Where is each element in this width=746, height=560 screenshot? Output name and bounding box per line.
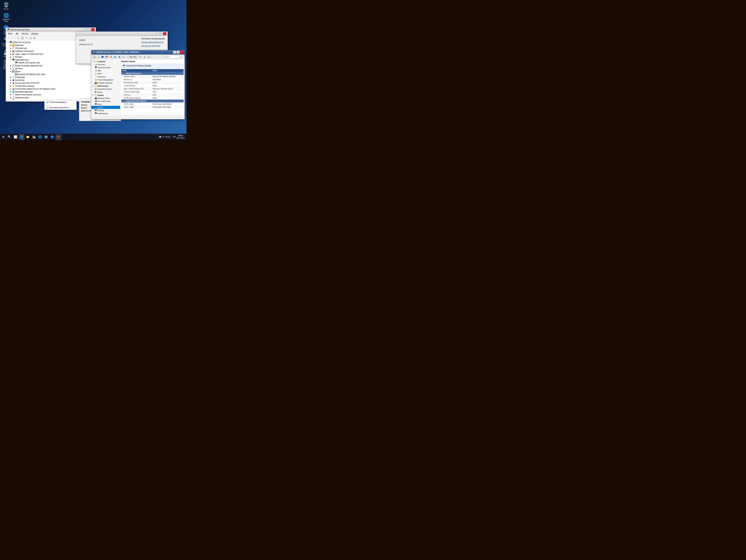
aida-tree-motherboard[interactable]: ▼ 📁 Motherboard — [91, 84, 120, 87]
dm-menu-action[interactable]: Дія — [15, 32, 19, 35]
tb-forward[interactable]: → — [11, 36, 15, 40]
tree-computer[interactable]: ▶ 💻 Комп'ютер — [6, 79, 95, 82]
taskbar-taskview[interactable]: ⬜ — [12, 134, 19, 140]
tree-mice[interactable]: ▶ 🖱️ Миші й інші вказівні пристрої — [6, 93, 95, 96]
tree-sandisk[interactable]: 💾 SanDisk SD7SB3Q-128G-1006 — [6, 73, 95, 76]
bg-window-titlebar[interactable]: ... ─ □ ✕ — [76, 32, 168, 36]
tree-audio-inout[interactable]: ▶ 🎵 Вхідні та вихідні аудіопристрої — [6, 64, 95, 67]
aida-selected-monitor: 🖥️ Generic PnP Monitor [NoDB] — [121, 64, 183, 68]
aida-tb-icon: 64 — [57, 135, 60, 138]
aida-titlebar[interactable]: ⚡ AIDA64 Extreme v7.20.6802 [ TRIAL VERS… — [91, 50, 184, 55]
start-button[interactable]: ⊞ — [1, 135, 6, 140]
tree-usb-ctrl[interactable]: ▶ 🔌 Контролери універсальної послідовної… — [6, 87, 95, 90]
aida-controls: ─ □ ✕ — [173, 51, 183, 54]
aida-tb-flame[interactable]: 🔥 — [109, 55, 113, 59]
tb-btn5[interactable]: ⚙️ — [33, 36, 36, 40]
store-icon: 🛍️ — [32, 135, 36, 139]
dm-menu-help[interactable]: Довідка — [31, 32, 39, 35]
aida-tree-win-video[interactable]: 🎬 Windows Video — [91, 97, 120, 100]
spec-key-version: Версія — [81, 107, 87, 109]
aida-tree-summary[interactable]: 📊 Summary — [91, 63, 120, 66]
monitor-props-header: 🖥️ Monitor Properties — [121, 72, 183, 75]
aida-tree-overclock[interactable]: ⚡ Overclock — [91, 75, 120, 78]
tree-sensors[interactable]: ▶ 📡 Датчики — [6, 67, 95, 70]
aida-tree-power[interactable]: 🔋 Power Management — [91, 78, 120, 81]
ctx-sys-comp[interactable]: 📋 Системні компоненти — [45, 106, 77, 110]
aida-close-button[interactable]: ✕ — [180, 51, 183, 54]
aida-maximize-button[interactable]: □ — [176, 51, 180, 54]
taskbar-clock[interactable]: 18:03 20.01.2024 — [176, 135, 184, 139]
taskbar-aida[interactable]: 64 — [56, 134, 61, 140]
ctx-shared[interactable]: 🔗 Спільні можливості — [45, 100, 77, 105]
tree-disks[interactable]: ▼ 💾 Диски — [6, 70, 95, 73]
aida-menu-dots[interactable]: ⋮ — [180, 55, 183, 59]
aida-tree-multi-monitor[interactable]: 🖥️ Multi-Monitor — [91, 112, 120, 115]
aida-tb-down[interactable]: ▼ — [139, 55, 142, 59]
dm-maximize-button[interactable]: □ — [88, 28, 91, 31]
bg-maximize-button[interactable]: □ — [160, 32, 163, 35]
tb-btn4[interactable]: 📊 — [29, 36, 32, 40]
aida-minimize-button[interactable]: ─ — [173, 51, 176, 54]
aida-search-area: ⋮ — [163, 55, 183, 59]
aida-tb-report[interactable]: 📋 — [96, 55, 100, 59]
bg-close-button[interactable]: ✕ — [163, 32, 166, 35]
aida-tree-ipmi[interactable]: 📡 IPMI — [91, 72, 120, 75]
aida-tree-dmi[interactable]: 📋 DMI — [91, 69, 120, 72]
aida-tb-up[interactable]: ▲ — [143, 55, 146, 59]
dm-minimize-button[interactable]: ─ — [84, 28, 87, 31]
aida-tree-desktop[interactable]: 🖥️ Desktop — [91, 109, 120, 112]
aida-tree-display[interactable]: ▼ 📁 Display — [91, 93, 120, 97]
taskbar-edge2[interactable]: 🌐 — [37, 134, 43, 140]
aida-tb-profile[interactable]: 🔵 — [101, 55, 104, 59]
desktop-icon-trash[interactable]: 🗑️ Кошик — [1, 2, 11, 10]
taskbar-search[interactable]: 🔍 — [6, 134, 12, 140]
tree-storage-ctrl[interactable]: ▶ 📀 Контролери сховища — [6, 85, 95, 87]
aida-tb-buy[interactable]: Buy Now — [128, 55, 138, 59]
aida-tree-computer[interactable]: ▼ 📁 Computer — [91, 60, 120, 63]
taskbar-store[interactable]: 🛍️ — [31, 134, 37, 140]
taskbar-settings[interactable]: ⚙️ — [43, 134, 49, 140]
aida-tb-sensor[interactable]: 📡 — [122, 55, 125, 59]
root-toggle[interactable]: ▼ — [7, 41, 9, 43]
aida-tb-refresh[interactable]: 🔄 — [92, 55, 96, 59]
aida-tb-search-icon[interactable]: 🔍 — [147, 55, 150, 59]
tree-network[interactable]: ▶ 🌐 Мережеві адаптери — [6, 90, 95, 93]
tree-keyboards[interactable]: ▶ ⌨️ Клавіатури — [6, 76, 95, 79]
aida-tree-monitor[interactable]: 🖥️ Monitor — [91, 106, 120, 109]
aida-tree-gpu[interactable]: 🖥️ GPU — [91, 103, 120, 106]
dm-menu-view[interactable]: Вигляд — [21, 32, 29, 35]
aida-title-icon: ⚡ — [93, 51, 95, 54]
bitlocker-link[interactable]: Налаштування BitLocker — [142, 41, 165, 43]
aida-tb-usb[interactable]: 🔌 — [117, 55, 121, 59]
taskbar-chrome[interactable]: 🔵 — [49, 134, 55, 140]
tb-btn1[interactable]: 📋 — [17, 36, 20, 40]
dm-menu-file[interactable]: Файл — [7, 32, 13, 35]
desktop-icon-edge[interactable]: 🌐 Microsoft Edge — [1, 12, 11, 23]
aida-tree-pci-video[interactable]: 🎮 PCI / AGP Video — [91, 100, 120, 103]
tb-btn2[interactable]: 🔄 — [21, 36, 24, 40]
device-manager-titlebar[interactable]: 🖥️ Диспетчер пристроїв ─ □ ✕ — [6, 28, 96, 32]
taskview-icon: ⬜ — [14, 135, 17, 139]
search-icon: 🔍 — [7, 135, 11, 139]
aida-tb-hdd[interactable]: 💾 — [105, 55, 108, 59]
dm-close-button[interactable]: ✕ — [91, 28, 94, 31]
aida-tb-network[interactable]: 🌐 — [113, 55, 117, 59]
aida-panel-title: Monitor Name — [121, 60, 183, 63]
tb-back[interactable]: ← — [7, 36, 10, 40]
bg-minimize-button[interactable]: ─ — [156, 32, 159, 35]
aida-tree-computer-name[interactable]: 🖥️ Computer Name — [91, 66, 120, 69]
bt-toggle[interactable]: ▶ — [9, 45, 12, 46]
monitor-icon: 🖥️ — [123, 65, 125, 67]
aida-search-input[interactable] — [163, 55, 179, 58]
tb-btn3[interactable]: 🔧 — [25, 36, 28, 40]
aida-tree-video-modes[interactable]: 📐 Video Modes — [91, 115, 120, 115]
aida-tree-os[interactable]: 🪟 Operating System — [91, 87, 120, 90]
tree-ide[interactable]: ▶ 🔌 Контролери IDE ATA/ATAPI — [6, 82, 95, 85]
taskbar-edge[interactable]: 🌐 — [19, 134, 25, 140]
video-modes-header: 🖥️ Supported Video Modes — [121, 99, 183, 102]
aida-tree-portable[interactable]: 💼 Portable Computer — [91, 81, 120, 84]
aida-tree-server[interactable]: 🖧 Server — [91, 90, 120, 93]
system-tray: ☁️ 2°C Cloudy — [159, 136, 170, 138]
device-manager-link[interactable]: Диспетчер пристроїв — [142, 45, 165, 47]
taskbar-explorer[interactable]: 📁 — [25, 134, 31, 140]
